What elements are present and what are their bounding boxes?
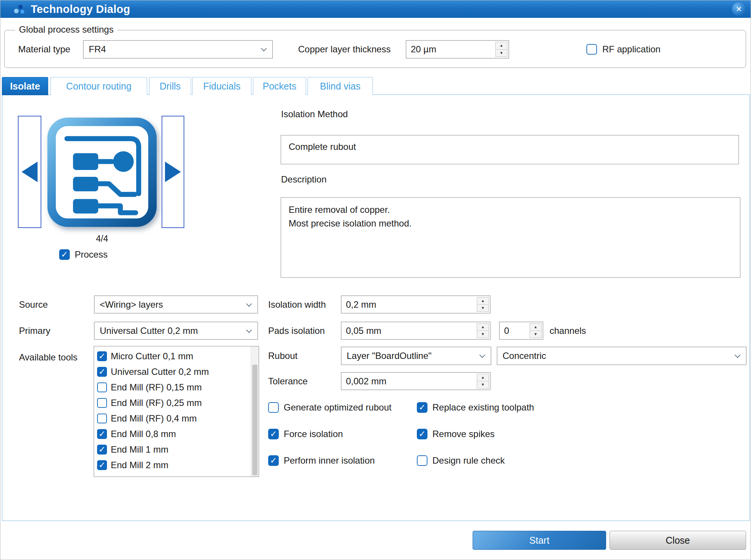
tool-checkbox[interactable] <box>97 351 107 361</box>
scrollbar[interactable] <box>251 346 259 477</box>
spin-up-icon[interactable]: ▲ <box>477 297 489 305</box>
tool-checkbox[interactable] <box>97 445 107 455</box>
tool-checkbox[interactable] <box>97 414 107 423</box>
list-item[interactable]: End Mill (RF) 0,4 mm <box>94 411 259 426</box>
close-icon[interactable]: ✕ <box>732 2 746 16</box>
rubout-mode-select[interactable]: Concentric <box>497 347 746 365</box>
description-value: Entire removal of copper. Most precise i… <box>289 203 412 230</box>
tool-checkbox[interactable] <box>97 460 107 470</box>
option-label: Replace existing toolpath <box>432 402 534 413</box>
tool-label: End Mill 2 mm <box>111 460 168 470</box>
list-item[interactable]: Micro Cutter 0,1 mm <box>94 348 259 364</box>
option-label: Perform inner isolation <box>284 455 375 466</box>
list-item[interactable]: End Mill (RF) 0,15 mm <box>94 379 259 395</box>
channels-label: channels <box>550 322 586 340</box>
spin-down-icon[interactable]: ▼ <box>477 305 489 311</box>
replace-existing-toolpath-checkbox[interactable] <box>417 402 427 413</box>
primary-tool-value: Universal Cutter 0,2 mm <box>100 326 198 336</box>
design-rule-check-option[interactable]: Design rule check <box>417 455 505 467</box>
spinner-buttons: ▲ ▼ <box>477 297 489 312</box>
primary-label: Primary <box>19 322 50 340</box>
chevron-down-icon <box>479 352 485 358</box>
channels-spinner[interactable]: 0 ▲ ▼ <box>499 322 543 340</box>
spin-up-icon[interactable]: ▲ <box>496 42 507 50</box>
rf-application-option[interactable]: RF application <box>586 40 660 58</box>
option-label: Generate optimized rubout <box>284 402 391 413</box>
tolerance-spinner[interactable]: 0,002 mm ▲ ▼ <box>341 372 490 390</box>
perform-inner-isolation-checkbox[interactable] <box>268 455 279 466</box>
remove-spikes-option[interactable]: Remove spikes <box>417 428 495 440</box>
tab-drills[interactable]: Drills <box>149 77 191 95</box>
tool-checkbox[interactable] <box>97 367 107 377</box>
list-item[interactable]: Universal Cutter 0,2 mm <box>94 364 259 379</box>
isolation-method-field[interactable]: Complete rubout <box>281 135 739 164</box>
pads-isolation-label: Pads isolation <box>268 322 325 340</box>
start-button[interactable]: Start <box>473 531 606 550</box>
option-label: Design rule check <box>432 455 505 466</box>
force-isolation-checkbox[interactable] <box>268 429 279 439</box>
available-tools-list[interactable]: Micro Cutter 0,1 mm Universal Cutter 0,2… <box>94 346 259 477</box>
rubout-label: Rubout <box>268 347 297 365</box>
rubout-mode-value: Concentric <box>503 351 546 361</box>
spin-down-icon[interactable]: ▼ <box>477 381 489 388</box>
tool-label: End Mill (RF) 0,15 mm <box>111 382 202 393</box>
source-select[interactable]: <Wiring> layers <box>94 296 258 313</box>
isolation-width-spinner[interactable]: 0,2 mm ▲ ▼ <box>341 296 490 313</box>
list-item[interactable]: End Mill (RF) 0,25 mm <box>94 395 259 411</box>
tool-checkbox[interactable] <box>97 382 107 392</box>
tab-contour-routing[interactable]: Contour routing <box>50 77 147 95</box>
pads-isolation-value: 0,05 mm <box>346 326 381 336</box>
tool-checkbox[interactable] <box>97 429 107 439</box>
copper-thickness-spinner[interactable]: 20 µm ▲ ▼ <box>406 40 509 58</box>
chevron-down-icon <box>735 352 741 358</box>
copper-thickness-label: Copper layer thickness <box>298 40 391 58</box>
tolerance-label: Tolerance <box>268 372 308 390</box>
tab-pockets[interactable]: Pockets <box>253 77 306 95</box>
scrollbar-thumb[interactable] <box>252 365 258 475</box>
spin-up-icon[interactable]: ▲ <box>477 374 489 381</box>
arrow-right-icon <box>165 162 181 182</box>
tool-checkbox[interactable] <box>97 398 107 408</box>
channels-value: 0 <box>504 326 509 336</box>
option-label: Remove spikes <box>432 429 495 439</box>
force-isolation-option[interactable]: Force isolation <box>268 428 343 440</box>
design-rule-check-checkbox[interactable] <box>417 455 427 466</box>
spin-down-icon[interactable]: ▼ <box>477 331 489 338</box>
replace-existing-toolpath-option[interactable]: Replace existing toolpath <box>417 401 534 414</box>
spin-up-icon[interactable]: ▲ <box>530 324 541 331</box>
tab-blind-vias[interactable]: Blind vias <box>308 77 373 95</box>
tab-isolate[interactable]: Isolate <box>2 77 48 95</box>
list-item[interactable]: End Mill 1 mm <box>94 442 259 457</box>
option-label: Force isolation <box>284 429 343 439</box>
process-checkbox[interactable] <box>59 249 70 260</box>
spin-up-icon[interactable]: ▲ <box>477 324 489 331</box>
window-title: Technology Dialog <box>31 3 130 16</box>
spin-down-icon[interactable]: ▼ <box>496 50 507 57</box>
prev-image-button[interactable] <box>18 116 41 228</box>
pads-isolation-spinner[interactable]: 0,05 mm ▲ ▼ <box>341 322 490 340</box>
material-type-value: FR4 <box>89 44 106 55</box>
material-type-select[interactable]: FR4 <box>83 40 273 58</box>
list-item[interactable]: End Mill 0,8 mm <box>94 426 259 442</box>
next-image-button[interactable] <box>162 116 184 228</box>
tab-fiducials[interactable]: Fiducials <box>192 77 251 95</box>
generate-optimized-rubout-option[interactable]: Generate optimized rubout <box>268 401 391 414</box>
available-tools-label: Available tools <box>19 348 77 367</box>
rf-application-checkbox[interactable] <box>586 44 597 55</box>
rubout-layer-select[interactable]: Layer "BoardOutline" <box>341 347 491 365</box>
spin-down-icon[interactable]: ▼ <box>530 331 541 338</box>
spinner-buttons: ▲ ▼ <box>477 323 489 338</box>
close-button[interactable]: Close <box>610 531 746 550</box>
remove-spikes-checkbox[interactable] <box>417 429 427 439</box>
description-field: Entire removal of copper. Most precise i… <box>281 197 740 278</box>
primary-tool-select[interactable]: Universal Cutter 0,2 mm <box>94 322 258 340</box>
source-label: Source <box>19 296 48 314</box>
group-legend: Global process settings <box>15 24 117 35</box>
process-option[interactable]: Process <box>59 248 138 261</box>
list-item[interactable]: End Mill 2 mm <box>94 457 259 473</box>
perform-inner-isolation-option[interactable]: Perform inner isolation <box>268 455 375 467</box>
generate-optimized-rubout-checkbox[interactable] <box>268 402 279 413</box>
chevron-down-icon <box>261 46 267 52</box>
tool-label: End Mill 1 mm <box>111 444 168 455</box>
description-label: Description <box>281 174 327 185</box>
